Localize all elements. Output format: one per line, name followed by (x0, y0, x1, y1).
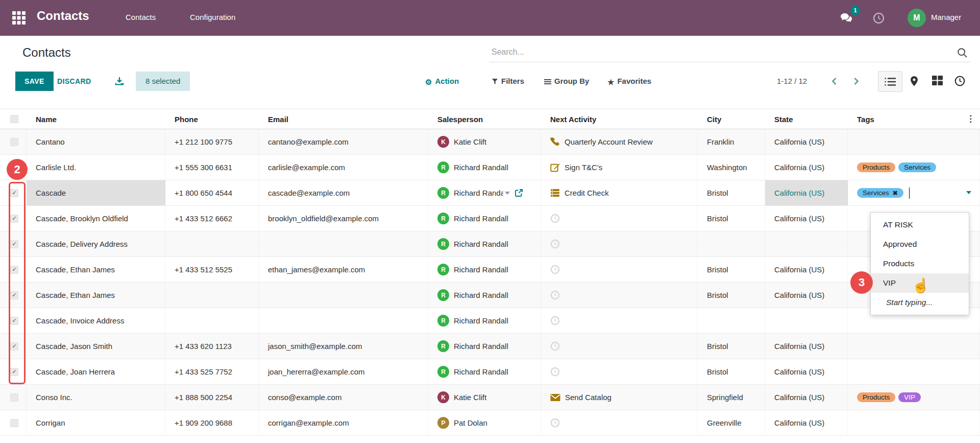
filters-button[interactable]: Filters (492, 72, 524, 91)
external-link-icon[interactable] (514, 189, 523, 197)
table-row[interactable]: ✓Cascade, Invoice AddressRRichard Randal… (0, 308, 980, 334)
table-row[interactable]: ✓Cascade, Ethan JamesRRichard RandallBri… (0, 283, 980, 308)
chevron-right-icon[interactable] (852, 77, 860, 87)
row-checkbox[interactable] (10, 419, 18, 427)
list-view-button[interactable] (878, 71, 902, 92)
dropdown-item-approved[interactable]: Approved (871, 235, 969, 254)
cell-phone: +1 433 620 1123 (165, 334, 259, 359)
user-avatar[interactable]: M (908, 9, 926, 27)
cell-next-activity (541, 334, 698, 359)
selected-count-badge[interactable]: 8 selected (136, 72, 190, 91)
table-row[interactable]: ✓Cascade, Delivery AddressRRichard Randa… (0, 231, 980, 257)
cell-city: Washington (698, 155, 765, 180)
table-row[interactable]: ✓Cascade, Brooklyn Oldfield+1 433 512 66… (0, 206, 980, 231)
bars-activity-icon[interactable] (550, 189, 560, 197)
cell-phone: +1 433 512 5525 (165, 257, 259, 282)
chevron-left-icon[interactable] (830, 77, 839, 87)
close-x-icon[interactable]: ✖ (893, 190, 898, 197)
cell-city: Bristol (698, 206, 765, 231)
salesperson-avatar: K (437, 391, 449, 403)
phone-activity-icon[interactable] (550, 137, 560, 147)
cell-next-activity: Sign T&C's (541, 155, 698, 180)
dots-vertical-icon[interactable]: ⋮ (966, 113, 975, 124)
cell-email-text: joan_hererra@example.com (268, 367, 365, 376)
search-icon[interactable] (957, 48, 968, 60)
column-header-state[interactable]: State (765, 115, 848, 124)
tags-caret-down-icon[interactable] (966, 191, 971, 194)
chat-icon[interactable] (840, 12, 853, 26)
nav-menu-configuration[interactable]: Configuration (190, 13, 235, 21)
table-row[interactable]: ✓Cascade, Jason Smith+1 433 620 1123jaso… (0, 334, 980, 359)
cell-phone-text: +1 433 512 5525 (175, 265, 232, 274)
column-header-city[interactable]: City (698, 115, 765, 124)
select-all-checkbox[interactable] (10, 115, 18, 123)
cell-salesperson: RRichard Randall (428, 359, 541, 384)
table-row[interactable]: Conso Inc.+1 888 500 2254conso@example.c… (0, 385, 980, 410)
group-by-button[interactable]: Group By (544, 72, 589, 91)
clock-empty-icon[interactable] (550, 367, 560, 377)
dropdown-item-at-risk[interactable]: AT RISK (871, 215, 969, 235)
salesperson-name: Katie Clift (454, 393, 486, 402)
activity-view-button[interactable] (954, 76, 965, 88)
map-view-button[interactable] (910, 76, 919, 89)
cell-email-text: brooklyn_oldfield@example.com (268, 214, 379, 223)
dropdown-start-typing[interactable]: Start typing... (871, 293, 969, 312)
cell-city (698, 231, 765, 257)
column-header-tags[interactable]: Tags (848, 115, 980, 124)
cell-city-text: Bristol (707, 342, 728, 351)
cell-phone: +1 909 200 9688 (165, 410, 259, 435)
kanban-view-button[interactable] (932, 76, 943, 87)
table-row[interactable]: Cantano+1 212 100 9775cantano@example.co… (0, 129, 980, 155)
column-header-salesperson[interactable]: Salesperson (428, 115, 541, 124)
pencil-activity-icon[interactable] (550, 162, 560, 172)
column-header-name[interactable]: Name (27, 115, 165, 124)
clock-empty-icon[interactable] (550, 239, 560, 249)
dropdown-item-products[interactable]: Products (871, 254, 969, 273)
discard-button[interactable]: DISCARD (57, 72, 91, 91)
cell-next-activity (541, 257, 698, 282)
clock-empty-icon[interactable] (550, 290, 560, 300)
column-header-next-activity[interactable]: Next Activity (541, 115, 698, 124)
salesperson-name: Richard Randall (454, 163, 508, 172)
save-button[interactable]: SAVE (15, 72, 54, 91)
activity-label: Quarterly Account Review (565, 137, 653, 146)
salesperson-avatar: P (437, 417, 449, 429)
salesperson-name: Katie Clift (454, 137, 486, 146)
envelope-activity-icon[interactable] (550, 393, 560, 402)
table-row[interactable]: ✓Cascade, Joan Herrera+1 433 525 7752joa… (0, 359, 980, 385)
cell-phone: +1 555 300 6631 (165, 155, 259, 180)
row-checkbox[interactable] (10, 138, 18, 146)
tags-dropdown: AT RISKApprovedProductsVIPStart typing..… (870, 212, 969, 315)
clock-empty-icon[interactable] (550, 418, 560, 428)
table-row[interactable]: ✓Cascade+1 800 650 4544cascade@example.c… (0, 180, 980, 206)
download-icon[interactable] (114, 76, 125, 88)
star-icon: ★ (607, 73, 614, 92)
cell-state: California (US) (765, 206, 848, 231)
cell-phone (165, 231, 259, 257)
apps-grid-icon[interactable] (12, 11, 26, 25)
search-input[interactable] (489, 44, 928, 60)
cell-name-text: Cascade (36, 189, 66, 197)
cell-state: California (US) (765, 155, 848, 180)
user-name[interactable]: Manager (931, 13, 961, 21)
cell-name-text: Cascade, Jason Smith (36, 342, 112, 351)
tag-pill: Services (898, 162, 936, 172)
cell-name: Cantano (27, 129, 165, 154)
table-row[interactable]: Corrigan+1 909 200 9688corrigan@example.… (0, 410, 980, 436)
clock-empty-icon[interactable] (550, 316, 560, 325)
column-header-email[interactable]: Email (259, 115, 428, 124)
activity-clock-icon[interactable] (873, 12, 885, 26)
favorites-button[interactable]: ★Favorites (607, 72, 651, 91)
nav-menu-contacts[interactable]: Contacts (126, 13, 156, 21)
chat-unread-badge[interactable]: 1 (850, 6, 860, 15)
clock-empty-icon[interactable] (550, 214, 560, 223)
row-checkbox-cell (0, 410, 27, 435)
clock-empty-icon[interactable] (550, 341, 560, 351)
action-menu-button[interactable]: ⚙Action (425, 72, 459, 91)
caret-down-icon[interactable] (505, 192, 510, 195)
clock-empty-icon[interactable] (550, 265, 560, 274)
table-row[interactable]: ✓Cascade, Ethan James+1 433 512 5525etha… (0, 257, 980, 283)
row-checkbox[interactable] (10, 393, 18, 402)
column-header-phone[interactable]: Phone (165, 115, 259, 124)
table-row[interactable]: Carlisle Ltd.+1 555 300 6631carlisle@exa… (0, 155, 980, 180)
